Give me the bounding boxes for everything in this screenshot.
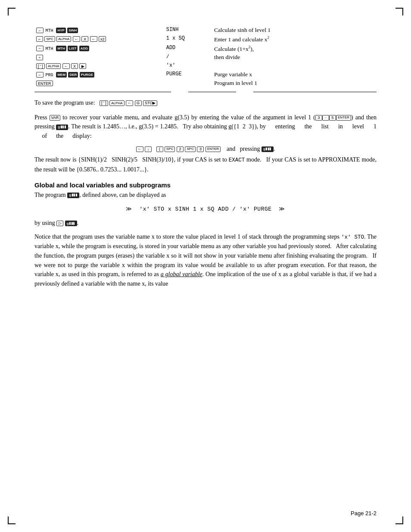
prog-g-display: g▮▮▮ [56, 124, 68, 130]
key-5: 5 [329, 115, 336, 121]
step-keys: ⌐ SPC ALPHA ← X ← x2 [34, 34, 165, 44]
xsq-key: x2 [99, 36, 106, 42]
left-arrow-key5: ← [62, 63, 70, 69]
left-arrow-key4: ← [36, 46, 44, 51]
key-enter: ENTER [336, 115, 351, 121]
and-word: and [227, 146, 235, 152]
bracket-key: [ ' ] [36, 63, 45, 69]
step-command: / [165, 53, 212, 62]
key-3b: 3 [197, 146, 204, 152]
table-row: ← MTH HYP SINH SINH Calculate sinh of le… [34, 26, 377, 34]
code-block: ≫ 'x' STO x SINH 1 x SQ ADD / 'x' PURGE … [34, 205, 377, 212]
table-row: ÷ / then divide [34, 53, 377, 62]
by-using-line: by using ▷ g▮▮▮. [34, 218, 377, 228]
var-key: VAR [50, 115, 61, 121]
key-3: 3 [315, 115, 322, 121]
step-keys: ÷ [34, 53, 165, 62]
key-enter2: ENTER [206, 146, 221, 152]
step-keys: ← MTH MTH LIST ADD [34, 44, 165, 53]
table-row: [ ' ] ALPHA ← X ▶ 'x' [34, 62, 377, 70]
step-command: SINH [165, 26, 212, 34]
key-paren: ( [156, 146, 163, 152]
step-desc [212, 62, 377, 70]
bracket-open-key: [ ' ] [100, 100, 108, 106]
step-keys: ← MTH HYP SINH [34, 26, 165, 34]
mth-label: MTH [45, 28, 56, 33]
x-key2: X [71, 63, 78, 69]
key-left-arr: ← [136, 146, 143, 152]
left-arrow-key: ← [36, 28, 44, 33]
der-key: DER [68, 72, 78, 78]
left-arrow-key2: ← [73, 36, 80, 42]
step-keys: ENTER [34, 79, 165, 87]
page: ← MTH HYP SINH SINH Calculate sinh of le… [0, 0, 411, 532]
section-heading: Global and local variables and subprogra… [34, 181, 377, 189]
prg-label: PRG [45, 73, 56, 78]
step-desc: Program in level 1 [212, 79, 377, 87]
key-spc1: SPC [165, 146, 175, 152]
step-command: 1 x SQ [165, 34, 212, 44]
g-key: G [135, 100, 142, 106]
table-row: ENTER Program in level 1 [34, 79, 377, 87]
left-arrow-key6: ← [36, 72, 44, 78]
step-desc: Purge variable x [212, 70, 377, 79]
key-down: ↓ [145, 146, 152, 152]
step-command: PURGE [165, 70, 212, 79]
table-row: ← MTH MTH LIST ADD ADD Calculate (1+x2), [34, 44, 377, 53]
prog-g-display4: g▮▮▮ [65, 221, 77, 226]
step-command [165, 79, 212, 87]
step-keys: [ ' ] ALPHA ← X ▶ [34, 62, 165, 70]
table-row: ⌐ SPC ALPHA ← X ← x2 1 x SQ Enter 1 and … [34, 34, 377, 44]
spc-key: SPC [44, 36, 55, 42]
guillemet-close: ≫ [279, 206, 285, 212]
corner-br [395, 516, 403, 524]
step-command: 'x' [165, 62, 212, 70]
key-2: 2 [177, 146, 184, 152]
step-keys: ← PRG MEM DER PURGE [34, 70, 165, 79]
save-program-line: To save the program use: [ ' ] ALPHA ← G… [34, 98, 377, 108]
alpha-key3: ALPHA [109, 100, 124, 106]
right-key: ▶ [79, 63, 86, 69]
alpha-key: ALPHA [56, 36, 71, 42]
add-key: ADD [79, 46, 89, 51]
sto-key: STO▶ [143, 100, 157, 106]
step-desc: Calculate sinh of level 1 [212, 26, 377, 34]
hyp-key: HYP [56, 28, 65, 33]
step-desc: Enter 1 and calculate x2 [212, 34, 377, 44]
corner-bl [8, 516, 16, 524]
tick-key: ⌐ [36, 36, 43, 42]
mem-key: MEM [56, 72, 67, 78]
enter-key: ENTER [36, 81, 53, 86]
step-desc: Calculate (1+x2), [212, 44, 377, 53]
right-arrow-key: ▷ [56, 221, 63, 226]
page-footer: Page 21-2 [351, 510, 377, 516]
x-key: X [81, 36, 88, 42]
guillemet-open: ≫ [126, 206, 132, 212]
notice-paragraph: Notice that the program uses the variabl… [34, 232, 377, 289]
list-key: LIST [68, 46, 78, 51]
sinh-key: SINH [67, 28, 78, 33]
left-arrow-key3: ← [90, 36, 97, 42]
body-paragraph-1: Press VAR to recover your variable menu,… [34, 113, 377, 174]
mth2-key: MTH [56, 46, 66, 51]
table-dividers [34, 91, 377, 92]
prog-g-display2: g▮▮▮ [262, 146, 274, 152]
plus-key: ÷ [36, 55, 43, 60]
mth-label2: MTH [45, 47, 56, 51]
alpha-key2: ALPHA [46, 63, 61, 69]
prog-g-display3: g▮▮▮ [67, 193, 79, 198]
key-dot: · [322, 115, 329, 121]
key-spc2: SPC [185, 146, 195, 152]
table-row: ← PRG MEM DER PURGE PURGE Purge variable… [34, 70, 377, 79]
step-table: ← MTH HYP SINH SINH Calculate sinh of le… [34, 26, 377, 87]
step-command: ADD [165, 44, 212, 53]
step-desc: then divide [212, 53, 377, 62]
global-variable-text: a global variable [161, 271, 202, 277]
corner-tr [395, 8, 403, 16]
corner-tl [8, 8, 16, 16]
left-arrow-key7: ← [126, 100, 133, 106]
section-p1: The program g▮▮▮, defined above, can be … [34, 190, 377, 200]
purge-key: PURGE [80, 72, 94, 78]
